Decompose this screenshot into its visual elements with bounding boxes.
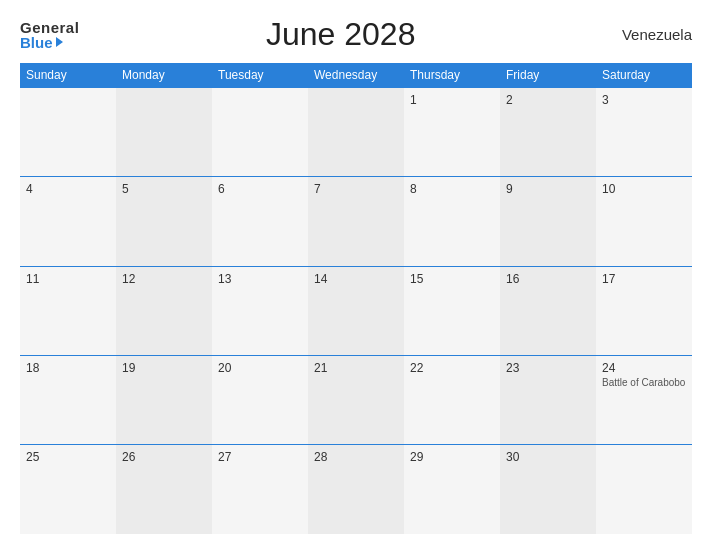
calendar-cell: 20 [212,355,308,444]
calendar-cell: 30 [500,445,596,534]
day-number: 29 [410,450,494,464]
calendar-cell [212,88,308,177]
calendar-week-row: 45678910 [20,177,692,266]
calendar-cell: 8 [404,177,500,266]
day-number: 17 [602,272,686,286]
day-of-week-header: Saturday [596,63,692,88]
day-number: 24 [602,361,686,375]
calendar-week-row: 252627282930 [20,445,692,534]
day-number: 12 [122,272,206,286]
day-number: 7 [314,182,398,196]
page-header: General Blue June 2028 Venezuela [20,16,692,53]
day-number: 16 [506,272,590,286]
day-number: 20 [218,361,302,375]
calendar-cell: 15 [404,266,500,355]
calendar-cell [596,445,692,534]
day-of-week-header: Monday [116,63,212,88]
calendar-cell: 19 [116,355,212,444]
day-of-week-header: Thursday [404,63,500,88]
calendar-cell: 17 [596,266,692,355]
calendar-cell: 29 [404,445,500,534]
day-number: 8 [410,182,494,196]
calendar-cell: 28 [308,445,404,534]
day-number: 1 [410,93,494,107]
day-number: 28 [314,450,398,464]
calendar-cell: 24Battle of Carabobo [596,355,692,444]
calendar-table: SundayMondayTuesdayWednesdayThursdayFrid… [20,63,692,534]
calendar-cell: 7 [308,177,404,266]
day-number: 14 [314,272,398,286]
day-number: 22 [410,361,494,375]
calendar-cell [116,88,212,177]
day-number: 19 [122,361,206,375]
calendar-cell: 27 [212,445,308,534]
calendar-cell: 18 [20,355,116,444]
logo-blue-text: Blue [20,35,79,50]
calendar-cell [308,88,404,177]
calendar-cell: 10 [596,177,692,266]
calendar-cell [20,88,116,177]
event-label: Battle of Carabobo [602,377,686,388]
country-label: Venezuela [602,26,692,43]
day-number: 30 [506,450,590,464]
day-number: 6 [218,182,302,196]
day-of-week-header: Wednesday [308,63,404,88]
day-number: 15 [410,272,494,286]
calendar-week-row: 11121314151617 [20,266,692,355]
day-number: 25 [26,450,110,464]
calendar-week-row: 123 [20,88,692,177]
calendar-cell: 9 [500,177,596,266]
day-number: 23 [506,361,590,375]
calendar-cell: 3 [596,88,692,177]
day-number: 13 [218,272,302,286]
day-number: 4 [26,182,110,196]
calendar-cell: 22 [404,355,500,444]
calendar-header-row: SundayMondayTuesdayWednesdayThursdayFrid… [20,63,692,88]
page-title: June 2028 [79,16,602,53]
calendar-cell: 4 [20,177,116,266]
day-of-week-header: Friday [500,63,596,88]
calendar-cell: 1 [404,88,500,177]
day-of-week-header: Tuesday [212,63,308,88]
calendar-cell: 25 [20,445,116,534]
logo-general-text: General [20,20,79,35]
day-number: 2 [506,93,590,107]
calendar-cell: 11 [20,266,116,355]
calendar-cell: 16 [500,266,596,355]
day-number: 5 [122,182,206,196]
day-number: 11 [26,272,110,286]
calendar-week-row: 18192021222324Battle of Carabobo [20,355,692,444]
calendar-cell: 12 [116,266,212,355]
day-number: 27 [218,450,302,464]
day-number: 3 [602,93,686,107]
calendar-cell: 5 [116,177,212,266]
day-number: 21 [314,361,398,375]
calendar-cell: 26 [116,445,212,534]
logo-triangle-icon [56,37,63,47]
calendar-cell: 2 [500,88,596,177]
calendar-cell: 14 [308,266,404,355]
calendar-cell: 6 [212,177,308,266]
day-number: 26 [122,450,206,464]
calendar-cell: 21 [308,355,404,444]
logo: General Blue [20,20,79,50]
day-number: 18 [26,361,110,375]
day-number: 9 [506,182,590,196]
day-of-week-header: Sunday [20,63,116,88]
day-number: 10 [602,182,686,196]
calendar-cell: 13 [212,266,308,355]
calendar-cell: 23 [500,355,596,444]
